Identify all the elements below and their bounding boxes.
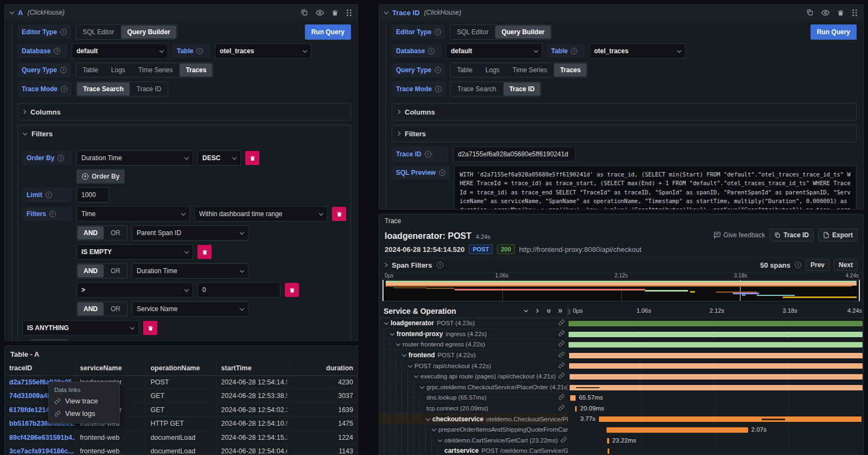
add-filter-button[interactable]: Filter — [31, 339, 67, 341]
span-row[interactable]: cartservicePOST /oteldemo.CartService/Ge… — [379, 446, 863, 455]
prev-span-button[interactable]: Prev — [806, 259, 829, 271]
duplicate-query-icon[interactable] — [301, 9, 308, 16]
span-row[interactable]: prepareOrderItemsAndShippingQuoteFromCar… — [379, 425, 863, 435]
col-operationname[interactable]: operationName — [145, 362, 216, 375]
span-timeline-cell[interactable] — [568, 382, 863, 393]
filters-section-header[interactable]: Filters — [18, 125, 350, 142]
span-name-cell[interactable]: router frontend egress (4.22s) — [379, 339, 568, 350]
span-name-cell[interactable]: dns.lookup (65.57ms) — [379, 393, 568, 403]
span-timeline-cell[interactable] — [568, 371, 863, 382]
collapse-chevron-icon[interactable] — [10, 9, 14, 14]
chevron-down-icon[interactable] — [438, 438, 442, 442]
option-or[interactable]: OR — [104, 264, 127, 278]
span-row[interactable]: POST /api/checkout (4.22s) — [379, 361, 863, 371]
info-icon[interactable] — [435, 86, 442, 92]
span-link-icon[interactable] — [558, 362, 568, 370]
collapse-all-icon[interactable] — [546, 306, 552, 316]
filter-service-op-select[interactable]: IS ANYTHING — [22, 320, 139, 336]
option-trace-search[interactable]: Trace Search — [451, 82, 503, 96]
span-bar[interactable] — [569, 353, 863, 358]
span-bar[interactable] — [569, 342, 863, 347]
span-name-cell[interactable]: oteldemo.CartService/GetCart (23.22ms) — [379, 435, 568, 446]
option-query-builder[interactable]: Query Builder — [495, 26, 550, 39]
col-starttime[interactable]: startTime — [216, 362, 287, 375]
chevron-down-icon[interactable] — [390, 331, 394, 336]
span-timeline-cell[interactable] — [568, 329, 863, 340]
info-icon[interactable] — [46, 192, 52, 198]
span-timeline-cell[interactable]: 20.09ms — [568, 403, 863, 414]
remove-parent-span-filter-button[interactable] — [197, 245, 212, 259]
span-bar[interactable] — [607, 427, 748, 433]
info-icon[interactable] — [49, 211, 56, 217]
span-row[interactable]: router frontend egress (4.22s) — [379, 339, 863, 350]
view-trace-link[interactable]: View trace — [54, 397, 114, 405]
option-trace-id[interactable]: Trace ID — [130, 82, 168, 96]
filter-duration-op-select[interactable]: > — [76, 282, 193, 298]
drag-handle-icon[interactable] — [346, 9, 352, 16]
span-bar[interactable] — [599, 416, 861, 422]
chevron-down-icon[interactable] — [402, 352, 406, 357]
option-and[interactable]: AND — [78, 226, 104, 239]
col-servicename[interactable]: serviceName — [75, 362, 145, 375]
expand-all-icon[interactable] — [557, 306, 563, 316]
info-icon[interactable] — [795, 262, 801, 268]
span-row[interactable]: dns.lookup (65.57ms)65.57ms — [379, 393, 863, 403]
info-icon[interactable] — [61, 86, 67, 92]
option-traces[interactable]: Traces — [180, 64, 212, 77]
span-row[interactable]: executing api route (pages) /api/checkou… — [379, 371, 863, 382]
run-query-button[interactable]: Run Query — [305, 24, 351, 40]
option-sql-editor[interactable]: SQL Editor — [76, 25, 120, 39]
option-trace-id[interactable]: Trace ID — [503, 83, 541, 96]
info-icon[interactable] — [439, 169, 445, 176]
span-timeline-cell[interactable] — [568, 350, 863, 361]
chevron-down-icon[interactable] — [384, 320, 388, 325]
span-link-icon[interactable] — [558, 394, 568, 401]
span-name-cell[interactable]: executing api route (pages) /api/checkou… — [379, 371, 568, 382]
span-bar[interactable] — [569, 321, 863, 326]
chevron-down-icon[interactable] — [408, 363, 412, 367]
option-or[interactable]: OR — [104, 302, 127, 316]
span-name-cell[interactable]: tcp.connect (20.09ms) — [379, 403, 568, 414]
option-table[interactable]: Table — [450, 63, 479, 77]
span-timeline-cell[interactable] — [568, 339, 863, 350]
info-icon[interactable] — [60, 67, 67, 73]
span-bar[interactable] — [570, 374, 863, 380]
span-name-cell[interactable]: checkoutserviceoteldemo.CheckoutService/… — [379, 414, 568, 425]
span-timeline-cell[interactable] — [568, 446, 863, 455]
span-row[interactable]: tcp.connect (20.09ms)20.09ms — [379, 403, 863, 414]
chevron-down-icon[interactable] — [426, 416, 430, 420]
trace-id-link[interactable]: 89cf4286e631591b4... — [9, 434, 75, 441]
span-link-icon[interactable] — [558, 351, 568, 359]
span-name-cell[interactable]: cartservicePOST /oteldemo.CartService/Ge… — [379, 446, 568, 455]
span-timeline-cell[interactable] — [568, 318, 863, 329]
span-link-icon[interactable] — [558, 340, 568, 348]
span-bar[interactable] — [570, 395, 576, 401]
database-select[interactable]: default — [72, 43, 168, 59]
filter-service-field-select[interactable]: Service Name — [132, 301, 248, 317]
option-logs[interactable]: Logs — [105, 63, 132, 77]
info-icon[interactable] — [428, 48, 435, 54]
span-link-icon[interactable] — [558, 319, 568, 327]
editor-type-toggle[interactable]: SQL EditorQuery Builder — [450, 24, 552, 40]
and-or-toggle[interactable]: ANDOR — [76, 301, 127, 317]
span-link-icon[interactable] — [560, 437, 568, 444]
remove-time-filter-button[interactable] — [332, 207, 346, 221]
add-order-by-button[interactable]: Order By — [76, 169, 125, 184]
columns-section[interactable]: Columns — [392, 103, 857, 121]
option-query-builder[interactable]: Query Builder — [121, 26, 176, 39]
columns-section[interactable]: Columns — [17, 103, 351, 121]
table-select[interactable]: otel_traces — [589, 43, 686, 59]
info-icon[interactable] — [425, 151, 431, 157]
remove-service-filter-button[interactable] — [143, 321, 157, 335]
trace-mode-toggle[interactable]: Trace SearchTrace ID — [76, 81, 168, 97]
span-row[interactable]: checkoutserviceoteldemo.CheckoutService/… — [379, 414, 863, 425]
query-type-toggle[interactable]: TableLogsTime SeriesTraces — [450, 62, 588, 78]
cell-traceid[interactable]: 3ce7acfa9194186c... — [5, 445, 75, 455]
delete-query-icon[interactable] — [837, 9, 844, 16]
span-filters-label[interactable]: Span Filters — [392, 261, 432, 269]
and-or-toggle[interactable]: ANDOR — [76, 225, 127, 241]
cell-traceid[interactable]: 89cf4286e631591b4... — [5, 431, 75, 445]
and-or-toggle[interactable]: ANDOR — [76, 263, 127, 279]
col-traceid[interactable]: traceID — [5, 362, 75, 375]
span-link-icon[interactable] — [558, 330, 568, 338]
